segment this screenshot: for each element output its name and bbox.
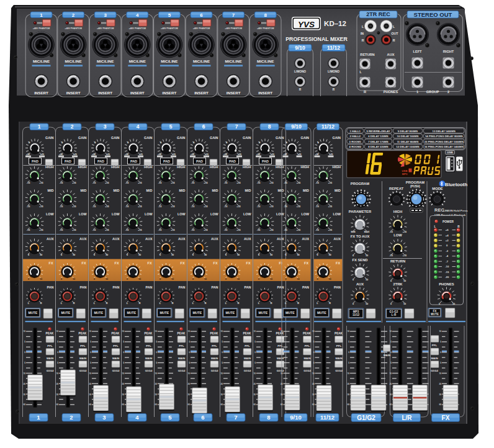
svg-text:8 DELAY 220MS: 8 DELAY 220MS xyxy=(368,145,388,148)
svg-text:-15: -15 xyxy=(60,205,63,208)
svg-text:10: 10 xyxy=(281,330,283,333)
svg-text:+4: +4 xyxy=(446,234,449,237)
svg-text:AUX: AUX xyxy=(277,237,284,241)
svg-text:-2: -2 xyxy=(446,249,448,253)
svg-text:USB: USB xyxy=(447,151,452,154)
svg-text:8: 8 xyxy=(268,123,271,130)
svg-text:MAIN: MAIN xyxy=(145,357,152,360)
svg-text:4 ROOM2: 4 ROOM2 xyxy=(349,145,362,148)
svg-text:R: R xyxy=(238,302,240,305)
svg-text:0: 0 xyxy=(189,351,190,354)
svg-text:-15: -15 xyxy=(60,182,63,184)
svg-text:GAIN: GAIN xyxy=(144,136,153,140)
svg-text:R: R xyxy=(205,302,207,305)
svg-text:-15: -15 xyxy=(284,229,287,231)
svg-text:+15: +15 xyxy=(105,229,109,231)
svg-text:5: 5 xyxy=(390,362,392,364)
svg-text:MIC/LINE: MIC/LINE xyxy=(33,59,50,63)
svg-text:R: R xyxy=(362,38,364,42)
svg-text:5: 5 xyxy=(57,362,58,364)
svg-text:10: 10 xyxy=(253,330,256,333)
svg-text:10: 10 xyxy=(171,278,174,280)
svg-text:10: 10 xyxy=(389,372,392,375)
svg-text:-15: -15 xyxy=(389,231,393,233)
svg-text:-15: -15 xyxy=(92,182,96,184)
svg-text:10: 10 xyxy=(73,278,75,280)
svg-text:0: 0 xyxy=(440,351,441,354)
svg-text:Bluetooth: Bluetooth xyxy=(445,182,468,187)
svg-text:5: 5 xyxy=(123,362,124,364)
svg-text:R: R xyxy=(40,302,42,305)
svg-text:10: 10 xyxy=(237,254,240,256)
svg-text:+48V PHANTOM: +48V PHANTOM xyxy=(129,27,146,30)
svg-text:LOW: LOW xyxy=(177,212,186,216)
svg-text:5: 5 xyxy=(313,341,315,343)
svg-text:MUTE: MUTE xyxy=(28,311,37,315)
svg-text:MAIN: MAIN xyxy=(178,357,185,360)
svg-text:10: 10 xyxy=(220,330,223,333)
svg-text:0: 0 xyxy=(390,280,392,282)
svg-text:L/MONO: L/MONO xyxy=(294,70,306,73)
svg-text:LOW: LOW xyxy=(46,212,54,216)
svg-text:G1/G2: G1/G2 xyxy=(357,414,375,421)
svg-text:30: 30 xyxy=(439,393,441,396)
svg-text:30: 30 xyxy=(89,393,91,396)
svg-text:1 HALL1: 1 HALL1 xyxy=(350,130,361,133)
svg-text:MUTE: MUTE xyxy=(192,311,202,315)
svg-text:+20: +20 xyxy=(330,153,333,156)
svg-text:1: 1 xyxy=(416,90,418,94)
svg-text:FX: FX xyxy=(82,261,86,265)
svg-text:+15: +15 xyxy=(236,205,240,208)
svg-text:30: 30 xyxy=(122,393,124,396)
svg-text:-15: -15 xyxy=(60,229,63,231)
svg-text:10: 10 xyxy=(366,279,368,281)
svg-text:0: 0 xyxy=(439,303,440,305)
svg-text:RETURN: RETURN xyxy=(360,53,374,56)
svg-text:12 DELAY 1000MS: 12 DELAY 1000MS xyxy=(396,145,419,148)
svg-text:+20: +20 xyxy=(158,153,161,156)
svg-text:HIGH: HIGH xyxy=(144,165,153,169)
svg-text:15 PING-PONG DELAY 1000MS: 15 PING-PONG DELAY 1000MS xyxy=(424,140,464,143)
svg-text:REPEAT: REPEAT xyxy=(389,187,404,190)
svg-text:G1G2: G1G2 xyxy=(145,369,153,372)
svg-text:PAD: PAD xyxy=(32,159,38,163)
svg-text:-15: -15 xyxy=(257,182,261,184)
svg-text:10: 10 xyxy=(40,278,42,280)
svg-text:MIC/LINE: MIC/LINE xyxy=(97,59,114,63)
svg-text:+15: +15 xyxy=(328,205,332,208)
svg-text:20: 20 xyxy=(155,383,157,385)
svg-text:20: 20 xyxy=(23,383,25,385)
svg-text:FX: FX xyxy=(49,261,53,265)
svg-text:PAN: PAN xyxy=(113,285,120,289)
svg-text:5: 5 xyxy=(222,362,223,364)
svg-text:AUX: AUX xyxy=(178,237,186,241)
svg-text:2: 2 xyxy=(70,414,73,421)
svg-text:PFL: PFL xyxy=(113,344,119,347)
svg-text:16 PING-PONG DELAY 1400MS: 16 PING-PONG DELAY 1400MS xyxy=(424,145,464,148)
svg-text:MAIN: MAIN xyxy=(277,357,284,360)
svg-text:MP3: MP3 xyxy=(402,172,408,176)
svg-text:PFL: PFL xyxy=(305,344,310,347)
svg-text:MIC/LINE: MIC/LINE xyxy=(225,59,242,63)
svg-text:0: 0 xyxy=(127,278,128,280)
svg-text:30: 30 xyxy=(23,393,25,396)
svg-text:MIC/LINE: MIC/LINE xyxy=(129,59,146,63)
svg-text:PARAMETER: PARAMETER xyxy=(349,210,372,213)
svg-text:3 ROOM1: 3 ROOM1 xyxy=(349,140,362,143)
svg-text:+20: +20 xyxy=(271,153,274,156)
svg-text:AUX: AUX xyxy=(112,237,120,241)
svg-text:+20: +20 xyxy=(59,153,63,156)
svg-text:2TRK: 2TRK xyxy=(393,282,403,286)
svg-text:PAD: PAD xyxy=(130,159,137,163)
svg-text:0: 0 xyxy=(61,278,62,280)
svg-text:5: 5 xyxy=(282,362,283,364)
svg-text:10: 10 xyxy=(122,372,124,375)
svg-text:0: 0 xyxy=(123,351,124,354)
svg-text:0: 0 xyxy=(390,351,392,354)
svg-text:+15: +15 xyxy=(171,229,174,231)
svg-text:20: 20 xyxy=(122,383,124,385)
svg-text:MID: MID xyxy=(335,189,341,192)
svg-text:5: 5 xyxy=(189,341,190,343)
svg-text:+48V PHANTOM: +48V PHANTOM xyxy=(193,27,210,30)
svg-text:PAN: PAN xyxy=(146,285,153,289)
